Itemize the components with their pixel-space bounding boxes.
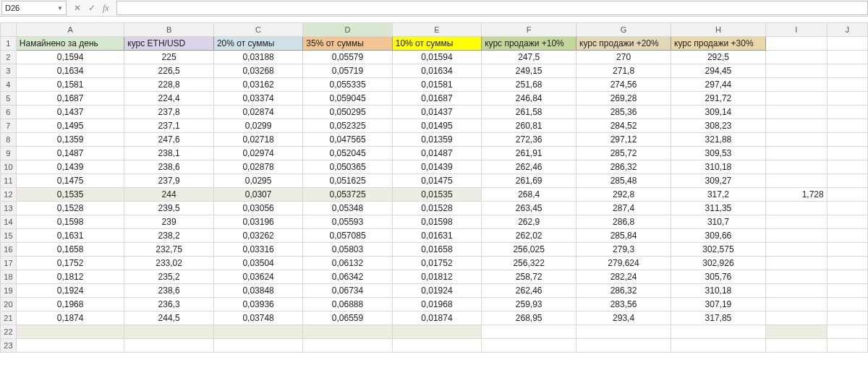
cell[interactable]: 239: [124, 215, 214, 229]
cell[interactable]: 0,03188: [213, 51, 302, 64]
cell[interactable]: [827, 106, 867, 119]
cell[interactable]: 0,1687: [16, 92, 124, 106]
cell[interactable]: 0,053725: [303, 188, 392, 202]
cell[interactable]: [827, 37, 867, 51]
cell[interactable]: 0,02974: [213, 147, 302, 160]
cell[interactable]: 0,01874: [392, 312, 481, 325]
cell[interactable]: [16, 339, 124, 353]
cell[interactable]: 272,36: [482, 133, 576, 147]
cell[interactable]: [765, 202, 827, 215]
cell[interactable]: 228,8: [124, 78, 214, 92]
cell[interactable]: 268,95: [482, 312, 576, 325]
cell[interactable]: 0,03504: [213, 257, 302, 270]
cell[interactable]: 286,32: [576, 284, 671, 298]
cell[interactable]: [765, 37, 827, 51]
cell[interactable]: [576, 325, 671, 339]
col-header-J[interactable]: J: [827, 23, 867, 37]
cell[interactable]: [827, 312, 867, 325]
col-header-A[interactable]: A: [16, 23, 124, 37]
cell[interactable]: 308,23: [671, 119, 766, 133]
cell[interactable]: 269,28: [576, 92, 671, 106]
cell[interactable]: 0,055335: [303, 78, 392, 92]
row-header[interactable]: 9: [1, 147, 17, 160]
cell[interactable]: курс ETH/USD: [124, 37, 214, 51]
cell[interactable]: 247,5: [482, 51, 576, 64]
cell[interactable]: 237,9: [124, 174, 214, 188]
chevron-down-icon[interactable]: ▼: [57, 5, 63, 12]
cell[interactable]: 261,58: [482, 106, 576, 119]
cell[interactable]: 291,72: [671, 92, 766, 106]
cell[interactable]: 262,46: [482, 160, 576, 174]
cell[interactable]: 302,926: [671, 257, 766, 270]
cell[interactable]: 0,05593: [303, 215, 392, 229]
cell[interactable]: 0,050365: [303, 160, 392, 174]
cell[interactable]: 0,03936: [213, 298, 302, 312]
col-header-E[interactable]: E: [392, 23, 481, 37]
cell[interactable]: 0,1495: [16, 119, 124, 133]
cell[interactable]: [213, 339, 302, 353]
cell[interactable]: 310,18: [671, 284, 766, 298]
cell[interactable]: 0,01535: [392, 188, 481, 202]
cell[interactable]: 321,88: [671, 133, 766, 147]
cell[interactable]: 284,52: [576, 119, 671, 133]
cell[interactable]: 0,0299: [213, 119, 302, 133]
cell[interactable]: [827, 51, 867, 64]
cell[interactable]: 0,1874: [16, 312, 124, 325]
row-header[interactable]: 19: [1, 284, 17, 298]
row-header[interactable]: 18: [1, 270, 17, 284]
cell[interactable]: 0,02878: [213, 160, 302, 174]
cell[interactable]: 309,14: [671, 106, 766, 119]
cell[interactable]: [827, 64, 867, 78]
cell[interactable]: 0,03196: [213, 215, 302, 229]
cell[interactable]: 0,05579: [303, 51, 392, 64]
cell[interactable]: 310,18: [671, 160, 766, 174]
fx-icon[interactable]: fx: [103, 3, 109, 14]
cell[interactable]: [827, 257, 867, 270]
cell[interactable]: [213, 325, 302, 339]
cell[interactable]: 0,057085: [303, 229, 392, 243]
cell[interactable]: [765, 243, 827, 257]
row-header[interactable]: 16: [1, 243, 17, 257]
row-header[interactable]: 8: [1, 133, 17, 147]
cell[interactable]: 0,03848: [213, 284, 302, 298]
cell[interactable]: 282,24: [576, 270, 671, 284]
cell[interactable]: 293,4: [576, 312, 671, 325]
cell[interactable]: [765, 270, 827, 284]
cell[interactable]: [765, 229, 827, 243]
cell[interactable]: 0,03056: [213, 202, 302, 215]
cell[interactable]: 0,0307: [213, 188, 302, 202]
cell[interactable]: Намайнено за день: [16, 37, 124, 51]
col-header-I[interactable]: I: [765, 23, 827, 37]
row-header[interactable]: 3: [1, 64, 17, 78]
cell[interactable]: 0,1475: [16, 174, 124, 188]
col-header-D[interactable]: D: [303, 23, 392, 37]
cell[interactable]: [827, 174, 867, 188]
cell[interactable]: 0,01631: [392, 229, 481, 243]
cell[interactable]: 0,1631: [16, 229, 124, 243]
cell[interactable]: [827, 160, 867, 174]
cell[interactable]: 244,5: [124, 312, 214, 325]
cell[interactable]: 238,6: [124, 160, 214, 174]
cell[interactable]: 0,05803: [303, 243, 392, 257]
cell[interactable]: 309,27: [671, 174, 766, 188]
cell[interactable]: [827, 243, 867, 257]
cell[interactable]: [827, 270, 867, 284]
cell[interactable]: 0,1634: [16, 64, 124, 78]
cell[interactable]: [827, 92, 867, 106]
cell[interactable]: [765, 133, 827, 147]
cell[interactable]: курс продажи +20%: [576, 37, 671, 51]
cell[interactable]: 286,8: [576, 215, 671, 229]
cell[interactable]: 0,01439: [392, 160, 481, 174]
cell[interactable]: 0,02718: [213, 133, 302, 147]
cell[interactable]: 20% от суммы: [213, 37, 302, 51]
cell[interactable]: 279,624: [576, 257, 671, 270]
cell[interactable]: [765, 339, 827, 353]
spreadsheet-grid[interactable]: ABCDEFGHIJ 1Намайнено за денькурс ETH/US…: [0, 22, 868, 353]
row-header[interactable]: 4: [1, 78, 17, 92]
cell[interactable]: 270: [576, 51, 671, 64]
cell[interactable]: курс продажи +10%: [482, 37, 576, 51]
cell[interactable]: 0,1598: [16, 215, 124, 229]
cell[interactable]: 259,93: [482, 298, 576, 312]
cell[interactable]: [392, 325, 481, 339]
cell[interactable]: 232,75: [124, 243, 214, 257]
